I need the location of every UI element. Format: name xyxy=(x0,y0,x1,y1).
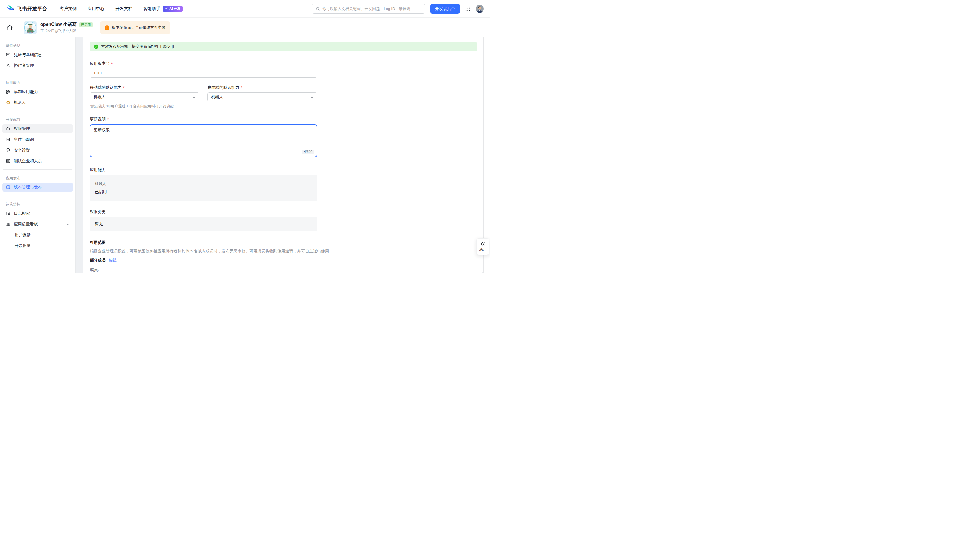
sidebar-section-release: 应用发布 xyxy=(2,176,73,181)
sidebar-item-dev-quality[interactable]: 开发质量 xyxy=(2,241,73,250)
feishu-bird-icon xyxy=(6,5,15,13)
expand-label: 展开 xyxy=(479,247,486,252)
publish-notice-banner: ! 版本发布后，当前修改方可生效 xyxy=(100,21,170,34)
version-input[interactable] xyxy=(90,69,317,78)
char-counter: 4/500 xyxy=(302,150,314,154)
bar-chart-icon xyxy=(6,222,11,226)
status-badge: 已启用 xyxy=(79,22,93,27)
briefcase-lock-icon xyxy=(6,126,11,131)
search-input[interactable] xyxy=(322,6,422,11)
permission-changes-box: 暂无 xyxy=(90,217,317,231)
sidebar-item-label: 应用质量看板 xyxy=(14,222,38,227)
nav-customer-cases[interactable]: 客户案例 xyxy=(60,6,77,11)
sidebar-item-user-feedback[interactable]: 用户反馈 xyxy=(2,231,73,239)
publish-notice-text: 版本发布后，当前修改方可生效 xyxy=(112,25,166,30)
sidebar-divider xyxy=(3,74,72,74)
sidebar-item-bot[interactable]: 机器人 xyxy=(2,98,73,107)
sidebar-item-add-capability[interactable]: 添加应用能力 xyxy=(2,87,73,96)
sidebar-item-label: 机器人 xyxy=(14,100,26,105)
double-chevron-left-icon xyxy=(480,241,485,246)
expand-panel-button[interactable]: 展开 xyxy=(476,238,489,255)
sidebar-item-credentials[interactable]: 凭证与基础信息 xyxy=(2,50,73,59)
capability-name: 机器人 xyxy=(90,175,317,187)
app-meta: openClaw 小诸葛 已启用 正式应用@飞书个人版 xyxy=(40,22,93,33)
user-plus-icon xyxy=(6,63,11,68)
brand-title: 飞书开放平台 xyxy=(18,5,47,12)
mobile-capability-label: 移动端的默认能力* xyxy=(90,85,199,90)
text-cursor xyxy=(110,128,110,132)
sidebar-section-monitoring: 运营监控 xyxy=(2,202,73,207)
desktop-capability-select[interactable]: 机器人 xyxy=(207,92,317,102)
developer-console-button[interactable]: 开发者后台 xyxy=(430,4,460,14)
update-notes-textarea[interactable]: 更新权限 4/500 xyxy=(90,124,317,157)
robot-icon xyxy=(6,100,11,105)
members-label: 成员: xyxy=(90,267,476,273)
sidebar-item-security[interactable]: 安全设置 xyxy=(2,146,73,155)
mobile-capability-value: 机器人 xyxy=(94,94,105,99)
required-asterisk: * xyxy=(111,61,113,66)
sidebar-divider xyxy=(3,169,72,170)
user-photo xyxy=(476,5,484,13)
sidebar-item-quality-dashboard[interactable]: 应用质量看板 xyxy=(2,220,73,228)
blocks-plus-icon xyxy=(6,89,11,94)
topnav-right-cluster: 开发者后台 xyxy=(312,4,484,14)
ai-dev-badge[interactable]: AI 开发 xyxy=(162,6,183,12)
user-avatar[interactable] xyxy=(476,5,484,13)
sidebar-divider xyxy=(3,196,72,196)
event-plus-icon xyxy=(6,137,11,142)
sidebar-item-version-release[interactable]: 版本管理与发布 xyxy=(2,183,73,191)
sidebar-item-label: 用户反馈 xyxy=(15,233,31,238)
sidebar-item-permissions[interactable]: 权限管理 xyxy=(2,124,73,133)
sidebar-item-label: 版本管理与发布 xyxy=(14,185,42,190)
sidebar-item-label: 权限管理 xyxy=(14,126,30,131)
sidebar-item-label: 安全设置 xyxy=(14,148,30,153)
app-capability-heading: 应用能力 xyxy=(90,167,476,172)
app-header-bar: openClaw openClaw 小诸葛 已启用 正式应用@飞书个人版 ! 版… xyxy=(0,18,490,37)
chevron-up-icon[interactable] xyxy=(66,222,70,226)
nav-app-center[interactable]: 应用中心 xyxy=(88,6,105,11)
sidebar-item-events-callbacks[interactable]: 事件与回调 xyxy=(2,135,73,144)
update-notes-value: 更新权限 xyxy=(94,128,110,132)
sidebar-item-label: 日志检索 xyxy=(14,211,30,216)
default-capability-row: 移动端的默认能力* 机器人 桌面端的默认能力* 机器人 xyxy=(90,85,476,102)
code-box-icon xyxy=(6,159,11,163)
desktop-capability-label: 桌面端的默认能力* xyxy=(207,85,317,90)
required-asterisk: * xyxy=(107,117,108,122)
version-release-form: 本次发布免审核，提交发布后即可上线使用 应用版本号* 移动端的默认能力* 机器人 xyxy=(83,37,484,273)
required-asterisk: * xyxy=(123,85,124,90)
home-icon[interactable] xyxy=(6,24,13,31)
required-asterisk: * xyxy=(241,85,242,90)
nav-ai-assistant[interactable]: 智能助手 AI 开发 xyxy=(143,6,183,12)
body-region: 基础信息 凭证与基础信息 协作者管理 应用能力 xyxy=(0,37,490,273)
app-avatar[interactable]: openClaw xyxy=(24,21,37,34)
availability-description: 根据企业管理员设置，可用范围仅包括应用所有者和其他 5 名以内成员时，发布无需审… xyxy=(90,248,477,254)
sidebar-item-collaborators[interactable]: 协作者管理 xyxy=(2,61,73,70)
desktop-capability-value: 机器人 xyxy=(211,94,223,99)
edit-scope-link[interactable]: 编辑 xyxy=(108,258,116,263)
sidebar-item-test-company[interactable]: 测试企业和人员 xyxy=(2,157,73,166)
search-icon xyxy=(315,6,320,11)
log-search-icon xyxy=(6,211,11,216)
top-navigation: 飞书开放平台 客户案例 应用中心 开发文档 智能助手 AI 开发 xyxy=(0,0,490,18)
feishu-logo[interactable]: 飞书开放平台 xyxy=(6,5,47,13)
app-name: openClaw 小诸葛 xyxy=(40,22,77,27)
apps-grid-icon[interactable] xyxy=(465,6,471,12)
mobile-capability-select[interactable]: 机器人 xyxy=(90,92,199,102)
sidebar-item-label: 协作者管理 xyxy=(14,63,34,68)
review-free-banner: 本次发布免审核，提交发布后即可上线使用 xyxy=(90,42,477,51)
version-label: 应用版本号* xyxy=(90,61,476,66)
sidebar-divider xyxy=(3,111,72,111)
scope-row: 部分成员 编辑 xyxy=(90,258,476,263)
nav-dev-docs[interactable]: 开发文档 xyxy=(115,6,132,11)
sidebar-section-capabilities: 应用能力 xyxy=(2,80,73,85)
sidebar-item-label: 事件与回调 xyxy=(14,137,34,142)
chevron-down-icon xyxy=(310,95,314,99)
sidebar-item-log-search[interactable]: 日志检索 xyxy=(2,209,73,218)
global-search[interactable] xyxy=(312,4,425,14)
chevron-down-icon xyxy=(192,95,196,99)
ai-dev-badge-label: AI 开发 xyxy=(169,6,180,11)
sidebar-section-basic-info: 基础信息 xyxy=(2,43,73,48)
id-card-icon xyxy=(6,52,11,57)
primary-nav: 客户案例 应用中心 开发文档 智能助手 AI 开发 xyxy=(60,6,183,12)
sidebar-item-label: 凭证与基础信息 xyxy=(14,52,42,57)
